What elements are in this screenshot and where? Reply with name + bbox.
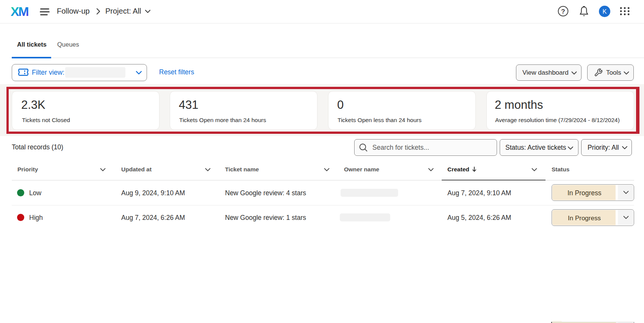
svg-text:XM: XM <box>11 5 28 17</box>
svg-text:?: ? <box>561 8 565 15</box>
